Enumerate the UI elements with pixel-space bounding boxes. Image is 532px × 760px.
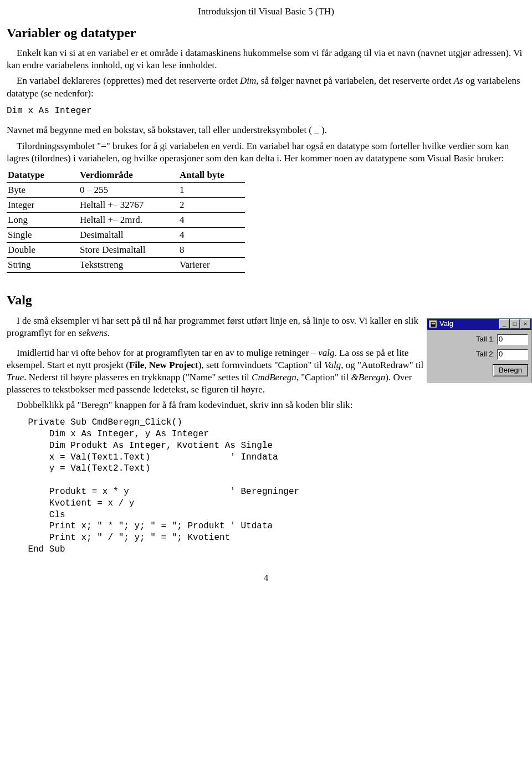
name-cmdberegn: CmdBeregn [252, 372, 296, 382]
cell: Varierer [178, 258, 245, 273]
app-icon: ⬓ [428, 320, 437, 328]
cell: Heltall +– 2mrd. [79, 213, 178, 228]
cell: 8 [178, 243, 245, 258]
cell: Heltall +– 32767 [79, 197, 178, 212]
table-header-row: Datatype Verdiområde Antall byte [7, 168, 245, 183]
text-run: . Nederst til høyre plasseres en trykkna… [24, 372, 252, 382]
cell: String [7, 258, 79, 273]
col-antall-byte: Antall byte [178, 168, 245, 183]
datatype-table: Datatype Verdiområde Antall byte Byte0 –… [7, 168, 245, 273]
table-row: DoubleStore Desimaltall8 [7, 243, 245, 258]
keyword-as: As [454, 75, 463, 86]
text-run: . [108, 328, 110, 338]
text-run: , "Caption" til [296, 372, 351, 382]
cell: Tekststreng [79, 258, 178, 273]
cell: 4 [178, 213, 245, 228]
minimize-icon: _ [499, 319, 509, 329]
text-run: I de små eksempler vi har sett på til nå… [7, 315, 418, 338]
para-intro-1: Enkelt kan vi si at en variabel er et om… [7, 47, 525, 72]
para-valg-2: Imidlertid har vi ofte behov for at prog… [7, 347, 428, 396]
term-valg: valg [318, 348, 334, 358]
code-dim-example: Dim x As Integer [7, 105, 525, 117]
cell: 0 – 255 [79, 182, 178, 197]
cell: Store Desimaltall [79, 243, 178, 258]
window-title: Valg [439, 319, 453, 329]
close-icon: × [520, 319, 530, 329]
figure-form-body: Tall 1: 0 Tall 2: 0 Beregn [427, 330, 531, 382]
section-variabler-heading: Variabler og datatyper [7, 24, 525, 42]
code-cmdberegn-click: Private Sub CmdBeregn_Click() Dim x As I… [7, 417, 525, 555]
cell: Byte [7, 182, 79, 197]
page-number: 4 [7, 572, 525, 584]
text-run: , så følger navnet på variabelen, det re… [256, 75, 453, 86]
para-valg-1: I de små eksempler vi har sett på til nå… [7, 315, 428, 339]
doc-header: Introduksjon til Visual Basic 5 (TH) [7, 6, 525, 18]
cell: Integer [7, 197, 79, 212]
text-run: Imidlertid har vi ofte behov for at prog… [17, 348, 318, 358]
table-row: Byte0 – 2551 [7, 182, 245, 197]
text-run: , og "AutoRedraw" til [341, 360, 423, 370]
text-run: , [144, 360, 149, 370]
table-row: SingleDesimaltall4 [7, 228, 245, 243]
menu-new-project: New Project [149, 360, 198, 370]
maximize-icon: □ [510, 319, 520, 329]
table-row: LongHeltall +– 2mrd.4 [7, 213, 245, 228]
keyword-dim: Dim [240, 75, 256, 86]
term-sekvens: sekvens [79, 328, 108, 338]
col-datatype: Datatype [7, 168, 79, 183]
para-valg-3: Dobbelklikk på "Beregn" knappen for å få… [7, 399, 525, 411]
cell: 1 [178, 182, 245, 197]
section-valg-heading: Valg [7, 292, 525, 309]
table-row: IntegerHeltall +– 327672 [7, 197, 245, 212]
label-tall1: Tall 1: [476, 335, 495, 344]
cell: Long [7, 213, 79, 228]
caption-valg: Valg [324, 360, 341, 370]
value-true: True [7, 372, 24, 382]
figure-titlebar: ⬓ Valg _ □ × [427, 319, 531, 330]
para-intro-2: En variabel deklareres (opprettes) med d… [7, 75, 525, 99]
label-tall2: Tall 2: [476, 350, 495, 359]
cell: Single [7, 228, 79, 243]
input-tall2: 0 [497, 349, 528, 360]
text-run: En variabel deklareres (opprettes) med d… [17, 75, 240, 86]
input-tall1: 0 [497, 334, 528, 345]
cell: Double [7, 243, 79, 258]
cell: 4 [178, 228, 245, 243]
cell: Desimaltall [79, 228, 178, 243]
text-run: ), sett formvinduets "Caption" til [198, 360, 324, 370]
figure-valg-window: ⬓ Valg _ □ × Tall 1: 0 Tall 2: 0 Beregn [427, 318, 532, 383]
button-beregn: Beregn [493, 364, 528, 377]
para-datatype-intro: Tilordningssymbolet "=" brukes for å gi … [7, 140, 525, 165]
caption-beregn: &Beregn [351, 372, 386, 382]
menu-file: File [129, 360, 144, 370]
col-verdiomrade: Verdiområde [79, 168, 178, 183]
table-row: StringTekststrengVarierer [7, 258, 245, 273]
para-name-rule: Navnet må begynne med en bokstav, så bok… [7, 124, 525, 136]
cell: 2 [178, 197, 245, 212]
